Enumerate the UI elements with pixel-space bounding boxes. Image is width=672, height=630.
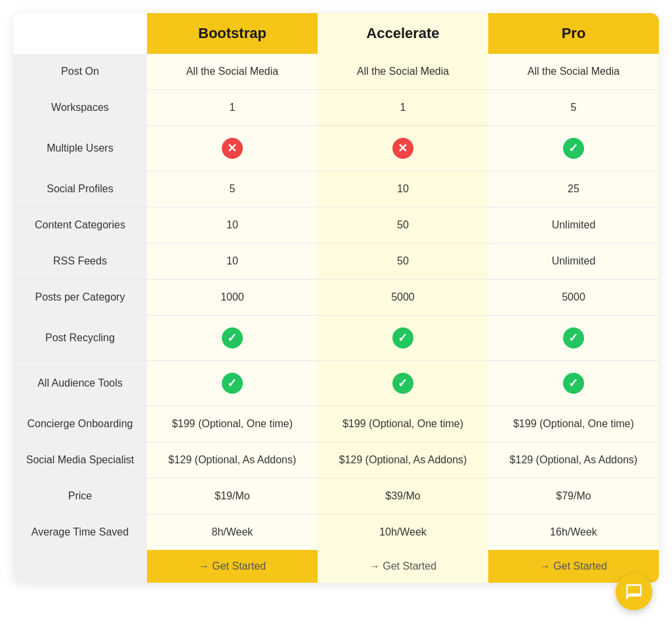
feature-label: Posts per Category <box>13 280 147 316</box>
accelerate-value: All the Social Media <box>318 54 488 90</box>
pro-value: All the Social Media <box>488 54 659 90</box>
bootstrap-value: ✕ <box>147 126 318 171</box>
accelerate-value: ✕ <box>318 126 488 171</box>
feature-label: RSS Feeds <box>13 243 147 280</box>
accelerate-value: $39/Mo <box>318 478 488 514</box>
feature-label: Social Profiles <box>13 171 147 207</box>
pro-value: Unlimited <box>488 243 659 280</box>
header-feature-col <box>13 13 147 54</box>
feature-label: Workspaces <box>13 90 147 126</box>
cta-feature-empty <box>13 550 147 583</box>
bootstrap-value: $129 (Optional, As Addons) <box>147 442 318 478</box>
check-icon: ✓ <box>222 327 243 348</box>
table-row: Social Profiles51025 <box>13 171 659 207</box>
cta-row: → Get Started → Get Started → Get Starte… <box>13 550 659 583</box>
table-row: Post OnAll the Social MediaAll the Socia… <box>13 54 659 90</box>
accelerate-value: $199 (Optional, One time) <box>318 406 488 442</box>
pro-value: 16h/Week <box>488 514 659 551</box>
pro-value: $129 (Optional, As Addons) <box>488 442 659 478</box>
accelerate-value: $129 (Optional, As Addons) <box>318 442 488 478</box>
bootstrap-value: 8h/Week <box>147 514 318 551</box>
feature-label: All Audience Tools <box>13 361 147 406</box>
accelerate-value: 10h/Week <box>318 514 488 551</box>
accelerate-value: 50 <box>318 243 488 280</box>
feature-label: Social Media Specialist <box>13 442 147 478</box>
accelerate-value: 5000 <box>318 280 488 316</box>
header-row: Bootstrap Accelerate Pro <box>13 13 659 54</box>
pro-value: ✓ <box>488 361 659 406</box>
feature-label: Content Categories <box>13 207 147 243</box>
feature-label: Price <box>13 478 147 514</box>
check-icon: ✓ <box>563 373 584 394</box>
cross-icon: ✕ <box>222 138 243 159</box>
bootstrap-value: $199 (Optional, One time) <box>147 406 318 442</box>
pro-value: ✓ <box>488 126 659 171</box>
accelerate-value: 1 <box>318 90 488 126</box>
table-row: Posts per Category100050005000 <box>13 280 659 316</box>
table-row: Workspaces115 <box>13 90 659 126</box>
bootstrap-value: 5 <box>147 171 318 207</box>
cta-accelerate-cell: → Get Started <box>318 550 488 583</box>
cross-icon: ✕ <box>392 138 413 159</box>
accelerate-cta-button[interactable]: → Get Started <box>369 560 436 572</box>
pro-value: 5000 <box>488 280 659 316</box>
header-accelerate: Accelerate <box>318 13 488 54</box>
feature-label: Post On <box>13 54 147 90</box>
table-row: Average Time Saved8h/Week10h/Week16h/Wee… <box>13 514 659 551</box>
check-icon: ✓ <box>563 138 584 159</box>
table-row: Content Categories1050Unlimited <box>13 207 659 243</box>
feature-label: Multiple Users <box>13 126 147 171</box>
pro-value: $79/Mo <box>488 478 659 514</box>
table-row: All Audience Tools✓✓✓ <box>13 361 659 406</box>
chat-bubble[interactable] <box>616 574 652 610</box>
bootstrap-cta-button[interactable]: → Get Started <box>199 560 266 572</box>
pro-cta-button[interactable]: → Get Started <box>540 560 607 572</box>
cta-bootstrap-cell: → Get Started <box>147 550 318 583</box>
table-row: Price$19/Mo$39/Mo$79/Mo <box>13 478 659 514</box>
table-row: Post Recycling✓✓✓ <box>13 316 659 361</box>
check-icon: ✓ <box>392 327 413 348</box>
accelerate-value: ✓ <box>318 361 488 406</box>
table-row: Concierge Onboarding$199 (Optional, One … <box>13 406 659 442</box>
accelerate-value: ✓ <box>318 316 488 361</box>
bootstrap-value: 10 <box>147 243 318 280</box>
pro-value: $199 (Optional, One time) <box>488 406 659 442</box>
check-icon: ✓ <box>563 327 584 348</box>
bootstrap-value: 1000 <box>147 280 318 316</box>
comparison-table: Bootstrap Accelerate Pro Post OnAll the … <box>13 13 659 583</box>
bootstrap-value: ✓ <box>147 361 318 406</box>
bootstrap-value: 10 <box>147 207 318 243</box>
feature-label: Post Recycling <box>13 316 147 361</box>
pro-value: 5 <box>488 90 659 126</box>
accelerate-value: 10 <box>318 171 488 207</box>
header-pro: Pro <box>488 13 659 54</box>
pro-value: Unlimited <box>488 207 659 243</box>
feature-label: Concierge Onboarding <box>13 406 147 442</box>
chat-icon <box>625 583 643 601</box>
accelerate-value: 50 <box>318 207 488 243</box>
bootstrap-value: $19/Mo <box>147 478 318 514</box>
feature-label: Average Time Saved <box>13 514 147 551</box>
table-row: Multiple Users✕✕✓ <box>13 126 659 171</box>
bootstrap-value: 1 <box>147 90 318 126</box>
table-row: Social Media Specialist$129 (Optional, A… <box>13 442 659 478</box>
check-icon: ✓ <box>392 373 413 394</box>
pro-value: ✓ <box>488 316 659 361</box>
table-row: RSS Feeds1050Unlimited <box>13 243 659 280</box>
pro-value: 25 <box>488 171 659 207</box>
check-icon: ✓ <box>222 373 243 394</box>
bootstrap-value: All the Social Media <box>147 54 318 90</box>
header-bootstrap: Bootstrap <box>147 13 318 54</box>
bootstrap-value: ✓ <box>147 316 318 361</box>
